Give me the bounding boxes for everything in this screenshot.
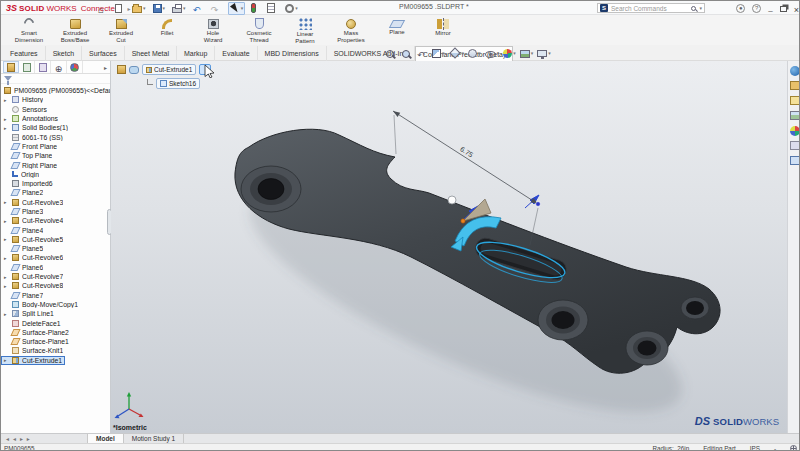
quick-access-button[interactable]: ▾ [284,2,299,15]
dropdown-caret-icon[interactable]: ▾ [143,6,146,11]
task-pane-tab[interactable] [789,110,800,121]
dropdown-caret-icon[interactable]: ▾ [462,51,465,56]
head-boss[interactable] [241,166,301,212]
mid-boss[interactable] [538,300,588,340]
ribbon-button[interactable]: Linear Pattern [283,16,327,44]
feature-tree-item[interactable]: ▸ Cut-Revolve5 [1,235,110,244]
ribbon-button[interactable]: Smart Dimension [7,16,51,44]
expand-arrow-icon[interactable]: ▸ [4,97,9,103]
feature-tree-item[interactable]: ▸ Front Plane [1,142,110,151]
dropdown-caret-icon[interactable]: ▾ [531,51,534,56]
breadcrumb-sketch-chip[interactable]: Sketch16 [156,78,200,89]
feature-tree-item[interactable]: ▸ Split Line1 [1,309,110,318]
status-units[interactable]: IPS [750,445,760,451]
view-tool-button[interactable]: ▾ [402,47,414,59]
expand-arrow-icon[interactable]: ▸ [4,255,9,261]
feature-tree-item[interactable]: ▸ Surface-Plane1 [1,337,110,346]
quick-access-button[interactable]: ▾ [97,2,109,15]
command-tab[interactable]: Sheet Metal [125,46,177,61]
ribbon-button[interactable]: Cosmetic Thread [237,16,281,44]
document-mode-tab[interactable]: Motion Study 1 [124,434,184,443]
view-tool-button[interactable]: ▾ [449,47,465,59]
task-pane-tab[interactable] [789,125,800,136]
feature-tree-item[interactable]: ▸ Cut-Revolve7 [1,272,110,281]
view-tool-button[interactable]: ▾ [417,47,428,59]
view-tool-button[interactable]: ▾ [468,47,481,59]
expand-arrow-icon[interactable]: ▸ [4,125,9,131]
expand-arrow-icon[interactable]: ▸ [4,199,9,205]
dropdown-caret-icon[interactable]: ▾ [163,6,166,11]
ribbon-button[interactable]: Fillet [145,16,189,44]
view-tool-button[interactable]: ▾ [386,47,398,59]
restore-button[interactable] [780,6,787,12]
dropdown-caret-icon[interactable]: ▾ [497,51,500,56]
feature-tree-item[interactable]: ▸ Cut-Revolve6 [1,253,110,262]
part-icon[interactable] [117,65,126,74]
breadcrumb-feature-chip[interactable]: Cut-Extrude1 [142,64,196,75]
feature-tree-item[interactable]: ▸ Cut-Revolve4 [1,216,110,225]
quick-access-button[interactable]: ▾ [114,2,127,15]
ribbon-button[interactable]: Hole Wizard [191,16,235,44]
command-tab[interactable]: Markup [177,46,215,61]
ribbon-button[interactable]: Plane [375,16,419,44]
feature-tree-item[interactable]: ▸ 6061-T6 (SS) [1,132,110,141]
feature-tree-item[interactable]: ▸ Sensors [1,105,110,114]
displaymanager-tab[interactable] [67,61,83,73]
command-tab[interactable]: Evaluate [215,46,257,61]
feature-tree-item[interactable]: ▸ Imported6 [1,179,110,188]
view-tool-button[interactable]: ▾ [485,47,500,59]
status-globe-icon[interactable] [790,445,797,451]
feature-tree-item[interactable]: ▸ Body-Move/Copy1 [1,300,110,309]
task-pane-tab[interactable] [789,65,800,76]
feature-tree-item[interactable]: ▸ Top Plane [1,151,110,160]
dropdown-caret-icon[interactable]: ▾ [442,51,445,56]
feature-tree-item[interactable]: ▸ Right Plane [1,160,110,169]
document-mode-tab[interactable]: Model [87,434,124,443]
view-tool-button[interactable]: ▾ [432,47,445,59]
dropdown-caret-icon[interactable]: ▾ [241,6,244,11]
feature-tree-item[interactable]: ▸ Plane2 [1,188,110,197]
view-tool-button[interactable]: ▾ [537,47,551,59]
command-tab[interactable]: Sketch [46,46,82,61]
dropdown-caret-icon[interactable]: ▾ [513,51,516,56]
expand-arrow-icon[interactable]: ▸ [4,218,9,224]
expand-arrow-icon[interactable]: ▸ [4,236,9,242]
task-pane-tab[interactable] [789,95,800,106]
search-caret-icon[interactable]: ▾ [699,6,702,11]
command-tab[interactable]: Surfaces [82,46,125,61]
dimxpertmanager-tab[interactable] [51,61,67,73]
feature-tree-item[interactable]: ▸ Plane7 [1,291,110,300]
search-commands-box[interactable]: S Search Commands ▾ [597,3,705,13]
expand-arrow-icon[interactable]: ▸ [4,274,9,280]
dropdown-caret-icon[interactable]: ▾ [548,51,551,56]
task-pane-tab[interactable] [789,80,800,91]
feature-tree-item[interactable]: ▸ Plane5 [1,244,110,253]
panel-expand-icon[interactable]: ▸ [104,64,110,71]
help-icon[interactable]: ? [752,4,761,13]
expand-arrow-icon[interactable]: ▸ [4,357,9,363]
quick-access-button[interactable]: ▾ [192,2,205,15]
dimension-endpoint[interactable] [536,202,541,207]
scroll-last-icon[interactable]: ► [26,436,31,442]
configurationmanager-tab[interactable] [35,61,51,73]
search-input[interactable]: Search Commands [611,5,688,12]
dropdown-caret-icon[interactable]: ▾ [295,6,298,11]
user-account-icon[interactable]: ● [736,4,745,13]
feature-tree-item[interactable]: ▸ Plane6 [1,263,110,272]
feature-tree-item[interactable]: ▸ Plane4 [1,225,110,234]
feature-tree-item[interactable]: ▸ Cut-Revolve3 [1,198,110,207]
graphics-area[interactable]: 6.75 *Isometric Cut-Extrude1 [111,61,787,433]
scroll-right-icon[interactable]: ► [19,436,24,442]
quick-access-button[interactable]: ▾ [171,2,187,15]
feature-tree-item[interactable]: ▸ DeleteFace1 [1,318,110,327]
search-icon[interactable] [691,6,696,11]
quick-access-button[interactable]: ▾ [266,2,280,15]
feature-tree-root[interactable]: PM009655 (PM009655)<<Default>_Disp [1,86,110,95]
feature-tree-item[interactable]: ▸ Surface-Knit1 [1,346,110,355]
view-tool-button[interactable]: ▾ [503,47,516,59]
ribbon-button[interactable]: Mirror [421,16,465,44]
expand-arrow-icon[interactable]: ▸ [4,116,9,122]
dropdown-caret-icon[interactable]: ▾ [478,51,481,56]
ribbon-button[interactable]: Extruded Cut [99,16,143,44]
featuremanager-tab[interactable] [3,61,19,73]
